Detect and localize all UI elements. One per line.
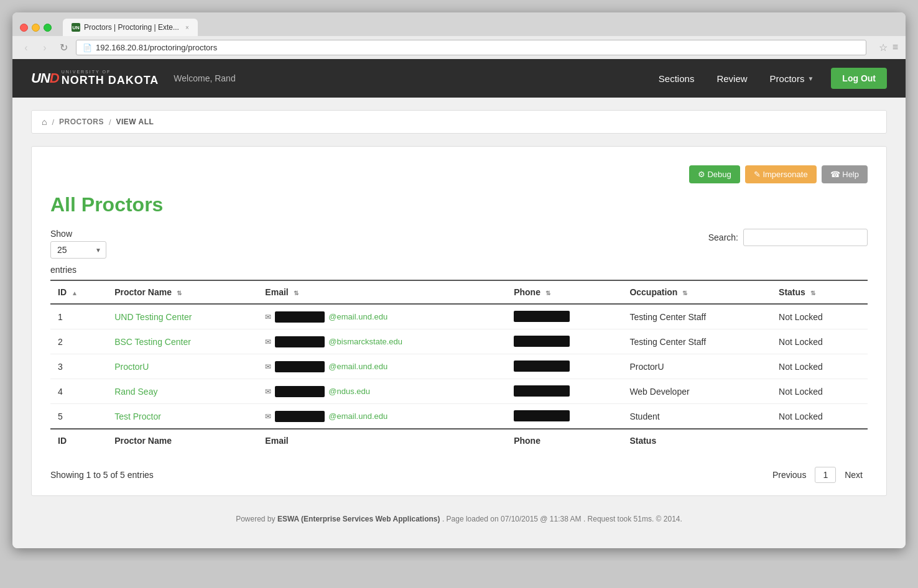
cell-status-1: Not Locked [771,329,868,354]
table-row: 1 UND Testing Center ✉ @email.und.edu Te… [50,304,868,329]
footer-col-name: Proctor Name [107,429,257,452]
current-page[interactable]: 1 [815,467,836,483]
footer-col-phone: Phone [506,429,622,452]
browser-actions: ☆ ≡ [879,42,898,53]
email-domain-3: @ndus.edu [328,387,370,396]
col-id[interactable]: ID ▲ [50,280,107,304]
email-icon-1: ✉ [265,338,271,346]
cell-status-2: Not Locked [771,354,868,379]
main-card: ⚙ Debug ✎ Impersonate ☎ Help All Proctor… [31,146,887,496]
search-label: Search: [708,232,738,242]
page-title: All Proctors [50,193,868,216]
cell-status-3: Not Locked [771,379,868,404]
address-bar[interactable]: 📄 192.168.20.81/proctoring/proctors [76,40,866,55]
und-logo: UND University of North Dakota [31,70,159,86]
logo-und-text: UND [31,70,59,86]
cell-id-4: 5 [50,404,107,430]
proctor-name-link-4[interactable]: Test Proctor [114,411,161,421]
table-controls: Show 10 25 50 100 ▼ entries [50,229,868,275]
address-icon: 📄 [83,44,92,52]
prev-page-button[interactable]: Previous [767,467,811,482]
close-button[interactable] [20,24,28,32]
nav-review[interactable]: Review [705,61,758,96]
col-status[interactable]: Status ⇅ [771,280,868,304]
table-row: 5 Test Proctor ✉ @email.und.edu Student … [50,404,868,430]
table-body: 1 UND Testing Center ✉ @email.und.edu Te… [50,304,868,429]
search-group: Search: [708,229,868,246]
sort-name-icon: ⇅ [177,290,182,296]
email-masked-2 [275,361,325,372]
footer-powered-by: Powered by [236,515,275,523]
footer-page-info: . Page loaded on 07/10/2015 @ 11:38 AM .… [442,515,682,523]
app-wrapper: UND University of North Dakota Welcome, … [12,59,906,548]
phone-masked-1 [514,336,570,347]
breadcrumb-proctors[interactable]: PROCTORS [59,117,104,126]
navbar: UND University of North Dakota Welcome, … [12,59,906,98]
col-occupation[interactable]: Occupation ⇅ [622,280,771,304]
cell-id-1: 2 [50,329,107,354]
help-button[interactable]: ☎ Help [822,165,868,183]
cell-id-2: 3 [50,354,107,379]
navbar-nav: Sections Review Proctors ▼ Log Out [647,61,887,96]
cell-name-2: ProctorU [107,354,257,379]
reload-button[interactable]: ↻ [57,42,70,54]
cell-occupation-4: Student [622,404,771,430]
col-email[interactable]: Email ⇅ [257,280,506,304]
debug-button[interactable]: ⚙ Debug [689,165,740,183]
cell-occupation-2: ProctorU [622,354,771,379]
tab-favicon: UN [72,23,80,32]
impersonate-button[interactable]: ✎ Impersonate [745,165,817,183]
nav-proctors[interactable]: Proctors ▼ [759,61,825,96]
show-label: Show [50,229,106,239]
proctor-name-link-0[interactable]: UND Testing Center [114,312,192,322]
phone-masked-4 [514,410,570,421]
table-footer-row: ID Proctor Name Email Phone Status [50,429,868,452]
maximize-button[interactable] [44,24,52,32]
next-page-button[interactable]: Next [840,467,868,482]
cell-phone-4 [506,404,622,430]
proctor-name-link-2[interactable]: ProctorU [114,362,149,372]
menu-icon[interactable]: ≡ [892,42,898,53]
browser-tab[interactable]: UN Proctors | Proctoring | Exte... × [63,19,198,36]
proctor-name-link-3[interactable]: Rand Seay [114,387,157,397]
email-masked-3 [275,386,325,397]
cell-email-2: ✉ @email.und.edu [257,354,506,379]
breadcrumb-sep-1: / [52,117,54,127]
email-domain-0: @email.und.edu [328,312,387,321]
email-icon-0: ✉ [265,313,271,321]
show-select[interactable]: 10 25 50 100 [50,241,106,259]
browser-titlebar: UN Proctors | Proctoring | Exte... × [12,12,906,36]
show-select-wrapper: 10 25 50 100 ▼ [50,241,106,259]
tab-close-button[interactable]: × [185,24,189,31]
email-domain-4: @email.und.edu [328,411,387,421]
sort-phone-icon: ⇅ [545,290,550,296]
email-icon-2: ✉ [265,362,271,371]
cell-email-4: ✉ @email.und.edu [257,404,506,430]
cell-occupation-0: Testing Center Staff [622,304,771,329]
cell-name-3: Rand Seay [107,379,257,404]
email-domain-1: @bismarckstate.edu [328,337,402,346]
data-table: ID ▲ Proctor Name ⇅ Email ⇅ Phone ⇅ Occu… [50,280,868,452]
forward-button[interactable]: › [39,42,51,54]
phone-masked-2 [514,361,570,372]
nav-sections[interactable]: Sections [647,61,706,96]
email-masked-0 [275,311,325,323]
back-button[interactable]: ‹ [20,42,32,54]
navbar-brand: UND University of North Dakota Welcome, … [31,70,236,86]
sort-occupation-icon: ⇅ [682,290,687,296]
minimize-button[interactable] [32,24,40,32]
proctor-name-link-1[interactable]: BSC Testing Center [114,337,191,347]
logo-container: UND University of North Dakota [31,70,159,86]
email-masked-4 [275,411,325,422]
breadcrumb-sep-2: / [109,117,111,127]
col-proctor-name[interactable]: Proctor Name ⇅ [107,280,257,304]
breadcrumb-home-icon[interactable]: ⌂ [42,117,47,127]
col-phone[interactable]: Phone ⇅ [506,280,622,304]
cell-email-0: ✉ @email.und.edu [257,304,506,329]
logout-button[interactable]: Log Out [831,68,887,89]
table-row: 2 BSC Testing Center ✉ @bismarckstate.ed… [50,329,868,354]
search-input[interactable] [743,229,868,246]
email-domain-2: @email.und.edu [328,362,387,371]
bookmark-icon[interactable]: ☆ [879,42,888,53]
email-icon-4: ✉ [265,412,271,421]
